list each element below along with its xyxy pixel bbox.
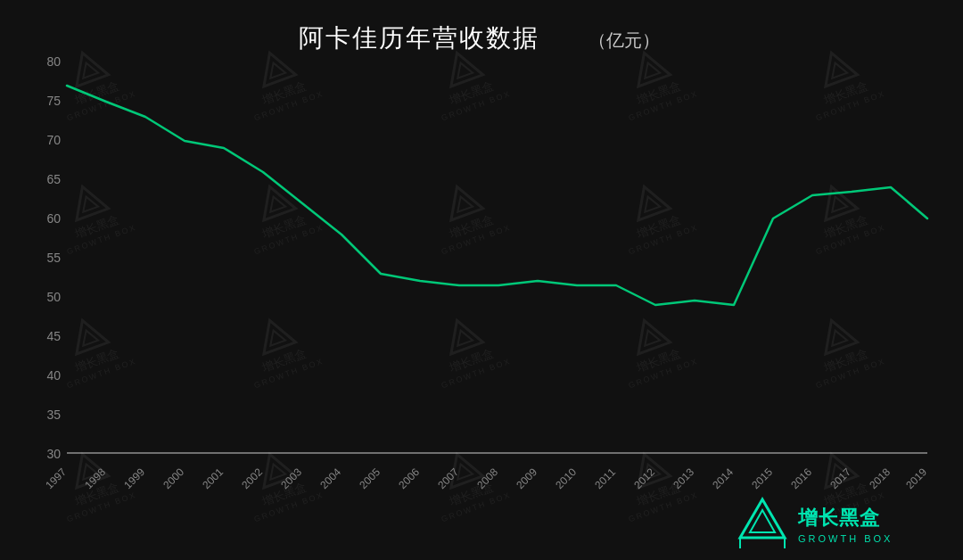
- svg-text:GROWTH BOX: GROWTH BOX: [798, 533, 893, 544]
- svg-marker-28: [441, 181, 483, 220]
- svg-text:50: 50: [46, 290, 61, 304]
- svg-text:75: 75: [46, 94, 61, 108]
- chart-subtitle: （亿元）: [588, 30, 660, 50]
- svg-text:2013: 2013: [671, 465, 696, 491]
- svg-text:2000: 2000: [160, 465, 186, 491]
- svg-text:2018: 2018: [867, 465, 893, 491]
- svg-text:2019: 2019: [903, 465, 929, 491]
- svg-marker-20: [67, 181, 109, 220]
- svg-text:1999: 1999: [121, 465, 147, 491]
- svg-text:70: 70: [46, 133, 61, 147]
- svg-text:35: 35: [46, 408, 61, 422]
- revenue-line: [67, 86, 927, 305]
- svg-marker-32: [629, 181, 671, 220]
- main-chart: 增长黑盒 GROWTH BOX 增长黑盒 GROWTH BOX 增长黑盒 GRO…: [0, 0, 963, 560]
- logo-area: 增长黑盒 GROWTH BOX: [740, 499, 893, 548]
- svg-text:增长黑盒: 增长黑盒: [797, 506, 880, 529]
- svg-marker-56: [816, 315, 858, 354]
- svg-text:2005: 2005: [357, 465, 383, 491]
- svg-marker-0: [67, 47, 109, 86]
- svg-text:2004: 2004: [317, 465, 343, 491]
- svg-marker-48: [441, 315, 483, 354]
- svg-text:60: 60: [46, 211, 61, 226]
- chart-title: 阿卡佳历年营收数据: [299, 24, 539, 52]
- svg-text:2009: 2009: [514, 465, 539, 491]
- svg-marker-4: [254, 47, 296, 86]
- svg-marker-52: [629, 315, 671, 354]
- svg-marker-12: [629, 47, 671, 86]
- svg-marker-44: [254, 315, 296, 354]
- svg-text:55: 55: [46, 251, 61, 265]
- svg-text:40: 40: [46, 368, 61, 383]
- svg-text:30: 30: [46, 447, 61, 461]
- svg-marker-16: [816, 47, 858, 86]
- svg-marker-36: [816, 181, 858, 220]
- svg-text:2014: 2014: [710, 465, 736, 491]
- svg-text:80: 80: [46, 54, 61, 69]
- svg-text:2001: 2001: [200, 465, 226, 491]
- svg-text:2010: 2010: [553, 465, 579, 491]
- svg-marker-40: [67, 315, 109, 354]
- svg-text:2015: 2015: [749, 465, 775, 491]
- svg-text:2002: 2002: [239, 465, 265, 491]
- svg-text:2006: 2006: [396, 465, 422, 491]
- svg-text:2011: 2011: [592, 465, 618, 491]
- svg-text:65: 65: [46, 172, 61, 186]
- svg-marker-8: [441, 47, 483, 86]
- svg-text:1997: 1997: [43, 465, 69, 491]
- svg-text:2016: 2016: [788, 465, 814, 491]
- svg-marker-24: [254, 181, 296, 220]
- svg-text:45: 45: [46, 329, 61, 343]
